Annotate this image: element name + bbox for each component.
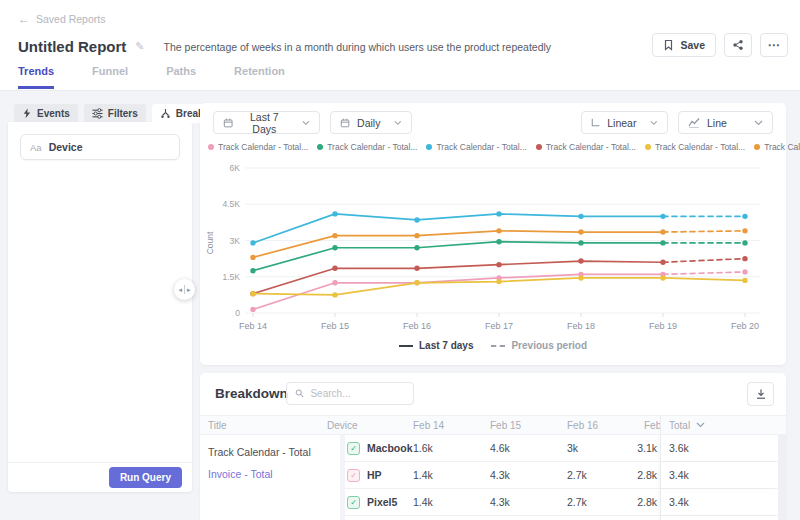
total-cell: 3.6k	[660, 435, 778, 461]
total-header-label: Total	[669, 420, 690, 431]
query-tab-events[interactable]: Events	[14, 104, 78, 123]
chart-type-value: Line	[707, 117, 727, 129]
svg-text:Feb 18: Feb 18	[567, 321, 595, 331]
table-row: ✓Macbook1.6k4.6k3k3.1k3.6k	[345, 435, 786, 462]
lightning-icon	[22, 108, 32, 119]
breakdown-search-input[interactable]	[310, 388, 405, 399]
column-header-feb-16[interactable]: Feb 16	[559, 420, 636, 431]
period-legend-dashed: Previous period	[491, 340, 587, 351]
column-header-feb-15[interactable]: Feb 15	[482, 420, 559, 431]
legend-label: Track Calendar - Total...	[546, 142, 636, 152]
chevron-down-icon	[754, 120, 763, 126]
page-title: Untitled Report	[18, 38, 126, 55]
scale-dropdown[interactable]: Linear	[581, 111, 668, 134]
back-label: Saved Reports	[36, 13, 105, 25]
scale-value: Linear	[607, 117, 636, 129]
total-cell: 3.4k	[660, 516, 778, 520]
back-link[interactable]: ← Saved Reports	[18, 12, 105, 26]
legend-item[interactable]: Track Calendar - Total...	[754, 142, 800, 152]
date-range-value: Last 7 Days	[240, 111, 288, 135]
breakdown-search	[286, 382, 414, 405]
trends-chart-card: Last 7 Days Daily Linear Line	[200, 103, 786, 365]
download-button[interactable]	[747, 382, 774, 406]
device-checkbox[interactable]: ✓	[347, 496, 360, 509]
breakdown-property-label: Device	[49, 141, 83, 153]
legend-label: Track Calendar - Total...	[655, 142, 745, 152]
title-item[interactable]: Invoice - Total	[200, 463, 340, 485]
legend-item[interactable]: Track Calendar - Total...	[426, 142, 526, 152]
date-range-dropdown[interactable]: Last 7 Days	[213, 111, 320, 134]
total-cell: 3.4k	[660, 462, 778, 488]
breakdown-table-body: ✓Macbook1.6k4.6k3k3.1k3.6k✓HP1.4k4.3k2.7…	[200, 435, 786, 520]
chevron-down-icon	[302, 120, 310, 126]
tab-funnel[interactable]: Funnel	[92, 65, 128, 89]
table-row: ✓iMac1.4k4.3k2.7k2.8k3.4k	[345, 516, 786, 520]
device-name: Pixel5	[367, 496, 397, 508]
device-checkbox[interactable]: ✓	[347, 469, 360, 482]
value-cell-clipped: 3.1k	[636, 442, 660, 454]
share-button[interactable]	[724, 33, 752, 57]
interval-dropdown[interactable]: Daily	[330, 111, 412, 134]
svg-text:0: 0	[235, 308, 240, 318]
dashed-line-swatch-icon	[491, 345, 505, 347]
svg-text:3K: 3K	[230, 236, 241, 246]
legend-dot	[536, 144, 542, 150]
trends-line-chart: 01.5K3K4.5K6KCountFeb 14Feb 15Feb 16Feb …	[200, 155, 786, 337]
more-options-button[interactable]: ⋯	[760, 33, 788, 57]
breakdown-title: Breakdown	[215, 386, 288, 401]
tab-trends[interactable]: Trends	[18, 65, 54, 89]
device-cell: ✓Pixel5	[345, 496, 405, 509]
device-checkbox[interactable]: ✓	[347, 442, 360, 455]
run-query-button[interactable]: Run Query	[109, 467, 182, 488]
svg-text:Feb 20: Feb 20	[731, 321, 759, 331]
column-header-title[interactable]: Title	[200, 420, 323, 431]
value-cell: 2.7k	[559, 496, 636, 508]
tab-paths[interactable]: Paths	[166, 65, 196, 89]
column-gap	[340, 435, 345, 520]
legend-label: Track Calendar - Total...	[436, 142, 526, 152]
legend-dot	[317, 144, 323, 150]
svg-text:Feb 19: Feb 19	[649, 321, 677, 331]
legend-dot	[208, 144, 214, 150]
breakdown-icon	[160, 108, 171, 119]
query-tab-filters[interactable]: Filters	[84, 104, 146, 123]
value-cell-clipped: 2.8k	[636, 496, 660, 508]
calendar-icon	[340, 117, 350, 129]
tab-retention[interactable]: Retention	[234, 65, 285, 89]
report-header: ← Saved Reports Untitled Report ✎ The pe…	[0, 0, 800, 91]
edit-pencil-icon[interactable]: ✎	[135, 40, 144, 53]
panel-resize-handle[interactable]: ◂ ▸	[174, 279, 195, 300]
title-item[interactable]: Track Calendar - Total	[200, 441, 340, 463]
legend-item[interactable]: Track Calendar - Total...	[645, 142, 745, 152]
column-header-total[interactable]: Total	[660, 416, 778, 434]
device-cell: ✓HP	[345, 469, 405, 482]
breakdown-card: Breakdown TitleDeviceFeb 14Feb 15Feb 16F…	[200, 373, 786, 520]
title-column: Track Calendar - TotalInvoice - Total	[200, 435, 340, 520]
breakdown-property-chip[interactable]: Aa Device	[20, 134, 180, 160]
value-cell: 3k	[559, 442, 636, 454]
trends-report-app: ← Saved Reports Untitled Report ✎ The pe…	[0, 0, 800, 520]
resize-right-arrow-icon: ▸	[187, 286, 191, 294]
period-legend-label: Previous period	[511, 340, 587, 351]
arrow-left-icon: ←	[18, 12, 30, 26]
legend-item[interactable]: Track Calendar - Total...	[208, 142, 308, 152]
ellipsis-icon: ⋯	[768, 38, 781, 52]
search-icon	[295, 388, 304, 399]
column-header-device[interactable]: Device	[323, 420, 405, 431]
value-cell: 1.4k	[405, 496, 482, 508]
text-type-icon: Aa	[30, 142, 42, 153]
legend-item[interactable]: Track Calendar - Total...	[536, 142, 636, 152]
sliders-icon	[92, 108, 103, 119]
column-header-feb-14[interactable]: Feb 14	[405, 420, 482, 431]
chart-type-dropdown[interactable]: Line	[678, 111, 773, 134]
scrollbar-gutter[interactable]	[778, 435, 786, 520]
calendar-icon	[223, 117, 233, 129]
save-label: Save	[680, 39, 705, 51]
column-header-feb-17[interactable]: Feb 17	[636, 420, 660, 431]
bookmark-save-icon	[663, 39, 674, 51]
sort-chevron-down-icon	[696, 422, 705, 428]
save-button[interactable]: Save	[652, 33, 716, 57]
period-legend: Last 7 daysPrevious period	[200, 340, 786, 351]
total-cell: 3.4k	[660, 489, 778, 515]
legend-item[interactable]: Track Calendar - Total...	[317, 142, 417, 152]
